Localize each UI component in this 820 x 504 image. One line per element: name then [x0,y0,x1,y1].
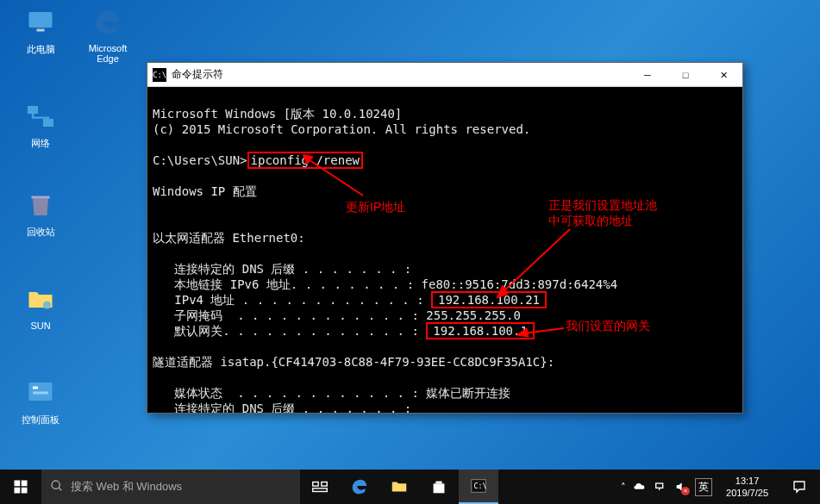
prompt-text: C:\Users\SUN> [153,153,247,167]
task-view-icon [310,477,329,496]
control-panel-icon [25,377,56,408]
icon-label: 此电脑 [10,43,71,56]
action-center-button[interactable] [782,470,817,504]
system-tray: ˄ × 英 13:17 2019/7/25 [621,470,820,504]
console-line: 以太网适配器 Ethernet0: [153,231,305,245]
svg-marker-12 [497,285,508,298]
console-line: 子网掩码 . . . . . . . . . . . . : [153,308,426,322]
console-line: 媒体状态 . . . . . . . . . . . . : [153,386,426,400]
arrow-icon [492,225,579,302]
folder-icon [390,477,409,496]
annotation-pool: 正是我们设置地址池中可获取的地址 [548,197,657,228]
network-icon [25,101,56,132]
arrow-icon [303,154,380,206]
console-line: 默认网关. . . . . . . . . . . . . : [153,324,426,338]
edge-icon [350,477,369,496]
task-view-button[interactable] [300,470,340,504]
taskbar-explorer[interactable] [379,470,419,504]
svg-rect-1 [37,29,45,32]
tray-onedrive-icon[interactable] [633,480,647,494]
recycle-bin-icon [25,190,56,221]
taskbar-cmd[interactable]: C:\ [459,470,498,504]
tray-chevron-up-icon[interactable]: ˄ [621,482,626,493]
tray-volume-icon[interactable]: × [674,480,688,494]
svg-rect-23 [313,488,328,492]
clock-time: 13:17 [726,475,768,487]
desktop-icon-edge[interactable]: Microsoft Edge [78,5,138,64]
svg-line-9 [307,159,363,196]
desktop-icon-network[interactable]: 网络 [10,99,71,150]
desktop-icon-this-pc[interactable]: 此电脑 [10,5,71,56]
svg-rect-21 [313,482,318,487]
svg-marker-14 [516,328,529,337]
icon-label: 回收站 [10,226,71,239]
svg-line-13 [523,328,564,333]
svg-rect-15 [15,481,21,487]
svg-rect-2 [28,106,38,114]
taskbar-store[interactable] [419,470,459,504]
store-icon [429,477,448,496]
icon-label: 控制面板 [10,414,71,426]
desktop-icon-folder-sun[interactable]: SUN [10,283,71,331]
start-button[interactable] [0,470,41,504]
svg-rect-0 [29,12,53,28]
desktop-icon-control-panel[interactable]: 控制面板 [10,376,71,426]
minimize-button[interactable]: ─ [629,63,667,87]
windows-icon [13,479,28,495]
annotation-gateway: 我们设置的网关 [566,318,650,333]
cmd-icon: C:\ [153,68,166,82]
console-line: 连接特定的 DNS 后缀 . . . . . . . : [153,262,411,276]
tray-ime[interactable]: 英 [695,478,712,496]
icon-label: 网络 [10,137,71,150]
maximize-button[interactable]: □ [667,63,704,87]
window-title: 命令提示符 [172,67,629,82]
svg-rect-8 [33,392,48,395]
console-output[interactable]: Microsoft Windows [版本 10.0.10240] (c) 20… [147,87,742,413]
command-prompt-window: C:\ 命令提示符 ─ □ ✕ Microsoft Windows [版本 10… [147,62,743,414]
svg-rect-3 [43,119,53,127]
console-line: 连接特定的 DNS 后缀 . . . . . . . : [153,401,411,413]
folder-icon [25,284,56,315]
svg-line-11 [501,229,570,294]
close-button[interactable]: ✕ [704,63,742,87]
svg-line-20 [59,488,61,490]
taskbar-edge[interactable] [340,470,379,504]
taskbar-clock[interactable]: 13:17 2019/7/25 [719,475,775,499]
svg-rect-18 [22,488,28,494]
svg-rect-4 [32,196,50,199]
arrow-icon [516,321,568,339]
svg-rect-26 [656,483,663,488]
search-box[interactable]: 搜索 Web 和 Windows [41,470,300,504]
svg-text:C:\: C:\ [474,482,487,490]
title-bar[interactable]: C:\ 命令提示符 ─ □ ✕ [147,63,742,87]
icon-label: SUN [10,320,71,331]
console-line: (c) 2015 Microsoft Corporation. All righ… [153,122,530,136]
svg-point-19 [52,481,59,488]
search-icon [50,479,64,495]
console-line: Windows IP 配置 [153,184,257,198]
tray-network-icon[interactable] [654,480,667,494]
svg-marker-10 [303,154,313,165]
svg-rect-16 [22,481,28,487]
svg-point-5 [43,302,51,309]
console-line: Microsoft Windows [版本 10.0.10240] [153,107,402,121]
taskbar: 搜索 Web 和 Windows C:\ ˄ × 英 13:17 2019/7/… [0,470,820,504]
clock-date: 2019/7/25 [726,487,768,499]
svg-rect-22 [322,482,327,487]
icon-label: Microsoft Edge [78,43,138,64]
edge-icon [92,7,123,38]
computer-icon [25,7,56,38]
media-value: 媒体已断开连接 [426,386,510,400]
console-line: 隧道适配器 isatap.{CF414703-8C88-4F79-93EE-CC… [153,355,554,369]
cmd-icon: C:\ [469,476,488,495]
svg-rect-7 [33,387,38,389]
mask-value: 255.255.255.0 [426,308,521,322]
notification-icon [792,479,807,495]
console-line: 本地链接 IPv6 地址. . . . . . . . : [153,277,422,291]
search-placeholder: 搜索 Web 和 Windows [71,479,182,495]
desktop-icon-recycle-bin[interactable]: 回收站 [10,188,71,239]
svg-rect-17 [15,488,21,494]
console-line: IPv4 地址 . . . . . . . . . . . . : [153,293,431,307]
